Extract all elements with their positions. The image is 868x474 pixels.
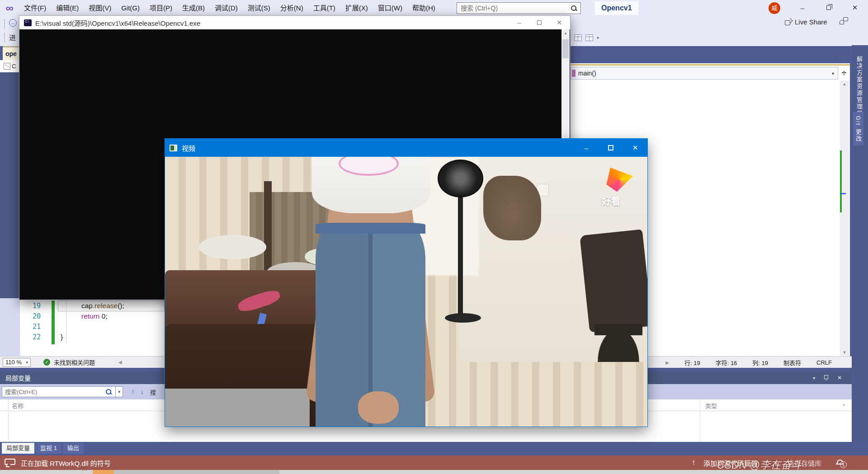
status-column: 列: 19 xyxy=(752,358,768,367)
gear-icon[interactable]: * xyxy=(843,53,845,61)
menu-edit[interactable]: 编辑(E) xyxy=(51,0,84,16)
chevron-down-icon[interactable]: ▾ xyxy=(832,71,838,76)
menu-build[interactable]: 生成(B) xyxy=(177,0,210,16)
tab-watch1[interactable]: 监视 1 xyxy=(36,443,61,454)
tab-locals[interactable]: 局部变量 xyxy=(2,443,34,454)
video-maximize-button[interactable] xyxy=(599,139,623,157)
search-icon xyxy=(571,5,577,11)
toolbar-drag-handle[interactable] xyxy=(4,19,5,29)
menu-analyze[interactable]: 分析(N) xyxy=(275,0,308,16)
status-line: 行: 19 xyxy=(684,358,700,367)
method-icon xyxy=(572,70,576,77)
console-maximize-button[interactable] xyxy=(529,16,549,29)
scroll-up-icon[interactable]: ▲ xyxy=(561,29,570,35)
scroll-up-icon[interactable]: ▲ xyxy=(840,80,849,86)
scroll-left-icon[interactable]: ◀ xyxy=(118,360,122,365)
menu-extensions[interactable]: 扩展(X) xyxy=(340,0,373,16)
search-next-icon[interactable]: ↓ xyxy=(140,388,144,396)
app-restore-button[interactable] xyxy=(818,0,839,15)
statusbar-message: 正在加载 RTWorkQ.dll 的符号 xyxy=(21,458,111,468)
line-number: 22 xyxy=(20,333,41,341)
toolbar-drag-handle-2[interactable] xyxy=(4,33,5,42)
menu-project[interactable]: 项目(P) xyxy=(145,0,177,16)
menu-test[interactable]: 测试(S) xyxy=(243,0,275,16)
search-prev-icon[interactable]: ↑ xyxy=(131,388,135,396)
app-titlebar[interactable]: ∞ 文件(F) 编辑(E) 视图(V) Git(G) 项目(P) 生成(B) 调… xyxy=(0,0,868,16)
video-file-icon xyxy=(170,145,177,151)
scroll-right-icon[interactable]: ▶ xyxy=(665,360,669,365)
person-hands xyxy=(358,391,399,424)
zoom-value: 110 % xyxy=(5,359,22,366)
status-character: 字符: 16 xyxy=(716,358,737,367)
video-titlebar[interactable]: 视频 – ✕ xyxy=(165,139,647,157)
app-close-button[interactable]: ✕ xyxy=(844,0,865,15)
window-position-icon[interactable]: ▾ xyxy=(813,375,815,380)
menu-file[interactable]: 文件(F) xyxy=(19,0,51,16)
live-share-icon xyxy=(785,19,792,25)
video-minimize-button[interactable]: – xyxy=(574,139,599,157)
status-tabs: 制表符 xyxy=(783,358,801,367)
menu-help[interactable]: 帮助(H) xyxy=(407,0,440,16)
quick-search-input[interactable] xyxy=(457,5,571,12)
app-minimize-button[interactable]: – xyxy=(792,0,813,15)
column-type[interactable]: 类型 xyxy=(705,401,717,410)
visual-studio-logo-icon: ∞ xyxy=(0,2,19,14)
csdn-watermark: CSDN @李在奋斗··· xyxy=(717,456,812,472)
split-editor-icon[interactable]: ÷ xyxy=(839,68,849,79)
tab-git-changes[interactable]: Git 更改 xyxy=(853,112,863,145)
video-window[interactable]: 视频 – ✕ xyxy=(165,138,648,427)
editor-toolbar-fragment: ▾ xyxy=(574,34,599,41)
project-name-label: Opencv1 xyxy=(595,1,638,15)
locals-search-box[interactable]: ▾ xyxy=(2,386,123,397)
member-dropdown[interactable]: main() ▾ xyxy=(571,67,838,80)
notifications-bell-icon[interactable]: 1 xyxy=(836,460,843,466)
code-health-icon[interactable]: ✓ xyxy=(43,359,50,366)
grid-icon-2[interactable] xyxy=(585,34,593,41)
grid-scroll-up-icon[interactable]: ▲ xyxy=(842,402,846,407)
menu-debug[interactable]: 调试(D) xyxy=(210,0,243,16)
tab-output[interactable]: 输出 xyxy=(63,443,84,454)
process-label-partial: 进 xyxy=(9,33,16,42)
close-icon[interactable]: ✕ xyxy=(837,375,842,381)
column-name[interactable]: 名称 xyxy=(12,401,24,410)
feedback-icon[interactable] xyxy=(839,17,848,24)
search-options-dropdown[interactable]: ▾ xyxy=(115,387,123,397)
cpp-file-icon: ⁺₊ xyxy=(4,63,10,70)
scene-fan xyxy=(438,160,483,197)
navigate-back-icon[interactable]: ← xyxy=(9,19,17,27)
console-titlebar[interactable]: C:\ E:\visual std(源码)\Opencv1\x64\Releas… xyxy=(19,16,570,29)
scene-fan-pole xyxy=(458,196,463,315)
change-tracking-bar xyxy=(52,300,55,344)
pin-icon[interactable] xyxy=(824,375,828,381)
user-avatar[interactable]: 威 xyxy=(769,2,780,14)
console-close-button[interactable]: ✕ xyxy=(549,16,569,29)
taskbar-gray-segment xyxy=(114,470,279,474)
live-share-button[interactable]: Live Share xyxy=(785,18,827,26)
maximize-icon xyxy=(537,20,542,25)
video-close-button[interactable]: ✕ xyxy=(623,139,647,157)
zoom-selector[interactable]: 110 % ▾ xyxy=(3,358,31,367)
console-minimize-button[interactable]: – xyxy=(509,16,529,29)
menu-view[interactable]: 视图(V) xyxy=(84,0,116,16)
quick-search-box[interactable] xyxy=(457,2,581,14)
search-icon xyxy=(105,389,112,395)
notification-badge: 1 xyxy=(840,461,847,468)
console-scroll-thumb[interactable] xyxy=(562,39,569,58)
locals-search-input[interactable] xyxy=(2,389,105,395)
chevron-down-icon[interactable]: ▾ xyxy=(597,35,599,40)
grid-icon[interactable] xyxy=(574,34,582,41)
haokan-watermark: 好看 xyxy=(602,193,621,207)
code-health-message: 未找到相关问题 xyxy=(54,358,95,366)
line-number: 21 xyxy=(20,323,41,331)
tab-solution-explorer[interactable]: 解决方案资源管理器 xyxy=(855,56,863,117)
taskbar-orange-segment xyxy=(93,470,114,474)
menu-tools[interactable]: 工具(T) xyxy=(308,0,340,16)
person-waistband xyxy=(316,223,425,234)
scroll-down-icon[interactable]: ▼ xyxy=(840,350,849,355)
chevron-down-icon[interactable]: ▾ xyxy=(835,54,837,59)
editor-vertical-scrollbar[interactable]: ▲ ▼ xyxy=(840,80,849,356)
menu-window[interactable]: 窗口(W) xyxy=(373,0,407,16)
document-tab-opencv[interactable]: ope xyxy=(3,46,19,60)
console-title: E:\visual std(源码)\Opencv1\x64\Release\Op… xyxy=(35,18,200,28)
menu-git[interactable]: Git(G) xyxy=(116,0,145,16)
